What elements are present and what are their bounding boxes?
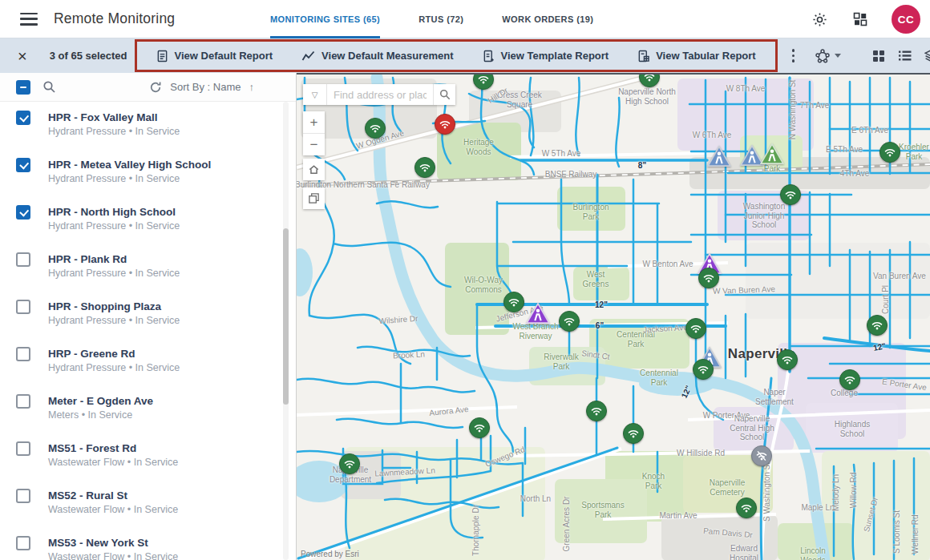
settings-gear-icon[interactable] xyxy=(811,10,829,29)
site-checkbox[interactable] xyxy=(16,441,30,456)
site-list-item[interactable]: Meter - E Ogden Ave Meters • In Service xyxy=(0,385,297,433)
site-marker[interactable] xyxy=(693,359,714,380)
site-marker[interactable] xyxy=(867,315,888,336)
clear-selection-icon[interactable]: × xyxy=(13,47,32,65)
site-list-item[interactable]: HPR - North High School Hydrant Pressure… xyxy=(0,196,297,244)
site-title: HPR - Shopping Plaza xyxy=(48,300,180,314)
zoom-in-button[interactable]: + xyxy=(303,111,325,133)
site-marker[interactable] xyxy=(707,145,731,167)
refresh-icon[interactable] xyxy=(149,81,162,94)
template-report-icon xyxy=(483,50,495,62)
site-checkbox[interactable] xyxy=(16,300,30,314)
view-tabular-report-button[interactable]: View Tabular Report xyxy=(623,42,770,70)
site-marker[interactable] xyxy=(639,73,660,87)
site-subtitle: Hydrant Pressure • In Service xyxy=(48,314,180,328)
app-title: Remote Monitoring xyxy=(54,10,175,27)
site-subtitle: Hydrant Pressure • In Service xyxy=(48,220,180,234)
site-list-item[interactable]: HPR - Fox Valley Mall Hydrant Pressure •… xyxy=(0,102,297,149)
site-subtitle: Wastewater Flow • In Service xyxy=(48,550,178,560)
more-options-icon[interactable] xyxy=(787,46,800,66)
tab-monitoring-sites[interactable]: MONITORING SITES (65) xyxy=(270,0,380,38)
site-list-item[interactable]: HRP - Greene Rd Hydrant Pressure • In Se… xyxy=(0,338,297,385)
site-marker[interactable] xyxy=(586,401,607,421)
top-navbar: Remote Monitoring MONITORING SITES (65) … xyxy=(0,0,930,38)
site-marker[interactable] xyxy=(698,268,719,288)
site-marker[interactable] xyxy=(414,157,435,178)
site-list-item[interactable]: MS52 - Rural St Wastewater Flow • In Ser… xyxy=(0,480,297,527)
site-marker[interactable] xyxy=(559,311,580,332)
map-attribution: Powered by Esri xyxy=(301,550,359,558)
cluster-dropdown-button[interactable] xyxy=(811,48,846,64)
view-default-measurement-button[interactable]: View Default Measurement xyxy=(287,42,467,70)
sort-by-control[interactable]: Sort By : Name xyxy=(170,81,241,93)
site-marker[interactable] xyxy=(879,142,900,163)
home-button[interactable] xyxy=(303,159,325,180)
site-marker[interactable] xyxy=(780,184,801,205)
tab-rtus[interactable]: RTUS (72) xyxy=(418,0,463,38)
view-template-report-button[interactable]: View Template Report xyxy=(468,42,624,70)
scrollbar-thumb[interactable] xyxy=(283,228,289,405)
sort-direction-arrow[interactable]: ↑ xyxy=(249,81,255,93)
site-title: MS53 - New York St xyxy=(48,536,178,550)
apps-grid-icon[interactable] xyxy=(851,10,869,28)
site-marker[interactable] xyxy=(777,349,798,370)
chevron-down-icon xyxy=(835,54,841,58)
site-marker[interactable] xyxy=(473,73,494,90)
topbar-actions: CC xyxy=(811,0,920,38)
map-search-icon[interactable] xyxy=(433,84,455,105)
measurement-icon xyxy=(301,50,315,62)
zoom-out-button[interactable]: − xyxy=(303,134,325,155)
tabular-report-icon xyxy=(637,50,649,62)
site-marker[interactable] xyxy=(839,369,860,390)
site-marker[interactable] xyxy=(760,143,784,165)
site-title: Meter - E Ogden Ave xyxy=(48,394,153,409)
grid-view-icon[interactable] xyxy=(870,47,888,65)
site-checkbox[interactable] xyxy=(16,205,30,220)
site-marker[interactable] xyxy=(685,318,706,339)
site-marker[interactable] xyxy=(503,292,524,312)
basemap-gallery-button[interactable] xyxy=(303,187,325,209)
site-checkbox[interactable] xyxy=(16,347,30,361)
site-marker[interactable] xyxy=(365,118,386,139)
site-marker[interactable] xyxy=(435,114,455,135)
site-list-item[interactable]: HPR - Shopping Plaza Hydrant Pressure • … xyxy=(0,291,297,338)
select-all-checkbox[interactable] xyxy=(16,80,30,95)
map-search-input[interactable] xyxy=(327,84,433,105)
search-icon[interactable] xyxy=(42,80,56,94)
search-options-caret-icon[interactable]: ▽ xyxy=(303,84,327,105)
site-checkbox[interactable] xyxy=(16,394,30,409)
site-marker[interactable] xyxy=(526,302,550,324)
site-marker[interactable] xyxy=(339,453,360,474)
site-list-item[interactable]: HPR - Plank Rd Hydrant Pressure • In Ser… xyxy=(0,244,297,291)
site-list: HPR - Fox Valley Mall Hydrant Pressure •… xyxy=(0,102,297,560)
menu-icon[interactable] xyxy=(20,13,38,26)
site-list-item[interactable]: HPR - Metea Valley High School Hydrant P… xyxy=(0,149,297,196)
site-marker[interactable] xyxy=(623,423,644,444)
layers-icon[interactable] xyxy=(922,46,930,65)
site-checkbox[interactable] xyxy=(16,489,30,503)
site-marker[interactable] xyxy=(736,498,757,518)
site-title: HPR - Plank Rd xyxy=(48,252,180,267)
site-marker[interactable] xyxy=(751,445,772,466)
site-checkbox[interactable] xyxy=(16,252,30,267)
site-list-item[interactable]: MS51 - Forest Rd Wastewater Flow • In Se… xyxy=(0,433,297,480)
view-default-report-button[interactable]: View Default Report xyxy=(142,42,288,70)
list-view-icon[interactable] xyxy=(896,47,914,64)
site-checkbox[interactable] xyxy=(16,158,30,172)
report-icon xyxy=(156,50,168,62)
site-list-item[interactable]: MS53 - New York St Wastewater Flow • In … xyxy=(0,527,297,560)
site-subtitle: Meters • In Service xyxy=(48,409,153,423)
site-subtitle: Wastewater Flow • In Service xyxy=(48,456,178,470)
map-canvas[interactable]: Cress Creek SquareNaperville North High … xyxy=(297,73,930,560)
selection-toolbar: × 3 of 65 selected View Default Report V… xyxy=(0,38,930,73)
site-title: HPR - North High School xyxy=(48,205,180,220)
site-title: HRP - Greene Rd xyxy=(48,347,180,361)
user-avatar[interactable]: CC xyxy=(892,5,920,34)
site-checkbox[interactable] xyxy=(16,536,30,550)
button-label: View Template Report xyxy=(501,50,609,62)
site-marker[interactable] xyxy=(469,417,490,438)
tab-work-orders[interactable]: WORK ORDERS (19) xyxy=(502,0,593,38)
site-subtitle: Hydrant Pressure • In Service xyxy=(48,125,180,139)
site-title: HPR - Metea Valley High School xyxy=(48,158,211,172)
site-checkbox[interactable] xyxy=(16,111,30,125)
